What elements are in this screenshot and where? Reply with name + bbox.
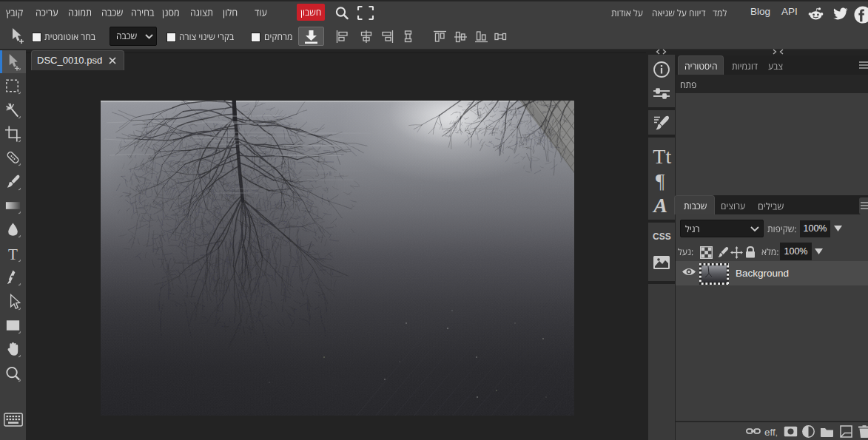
svg-text:A: A bbox=[652, 194, 667, 216]
svg-text:Tt: Tt bbox=[653, 146, 671, 167]
svg-text:T: T bbox=[8, 246, 18, 263]
svg-text:CSS: CSS bbox=[653, 231, 671, 242]
svg-text:¶: ¶ bbox=[656, 170, 665, 192]
